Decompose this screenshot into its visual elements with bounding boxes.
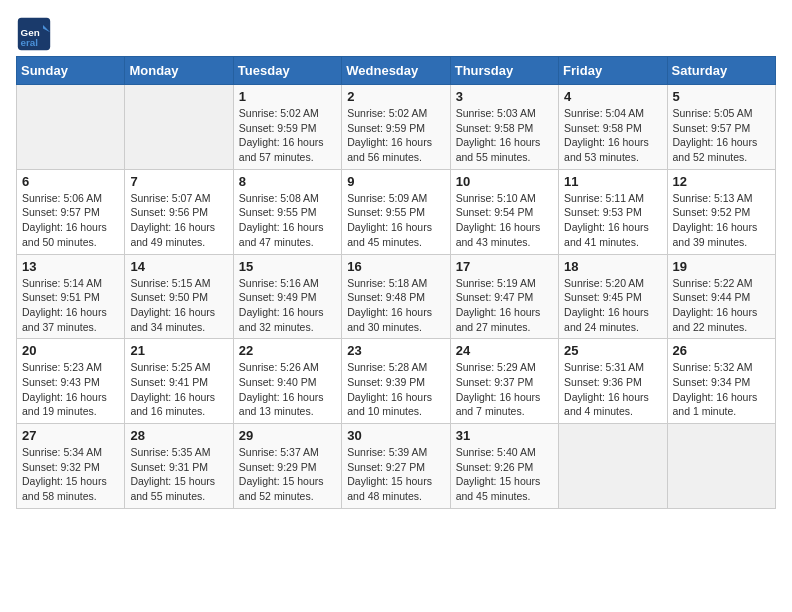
day-number: 29 <box>239 428 336 443</box>
day-number: 13 <box>22 259 119 274</box>
day-number: 28 <box>130 428 227 443</box>
calendar-body: 1Sunrise: 5:02 AM Sunset: 9:59 PM Daylig… <box>17 85 776 509</box>
calendar-cell: 28Sunrise: 5:35 AM Sunset: 9:31 PM Dayli… <box>125 424 233 509</box>
cell-info: Sunrise: 5:02 AM Sunset: 9:59 PM Dayligh… <box>239 106 336 165</box>
cell-info: Sunrise: 5:09 AM Sunset: 9:55 PM Dayligh… <box>347 191 444 250</box>
day-number: 27 <box>22 428 119 443</box>
day-number: 25 <box>564 343 661 358</box>
cell-info: Sunrise: 5:26 AM Sunset: 9:40 PM Dayligh… <box>239 360 336 419</box>
weekday-header-monday: Monday <box>125 57 233 85</box>
calendar-cell: 15Sunrise: 5:16 AM Sunset: 9:49 PM Dayli… <box>233 254 341 339</box>
calendar-cell <box>559 424 667 509</box>
calendar-cell: 4Sunrise: 5:04 AM Sunset: 9:58 PM Daylig… <box>559 85 667 170</box>
week-row-4: 20Sunrise: 5:23 AM Sunset: 9:43 PM Dayli… <box>17 339 776 424</box>
day-number: 8 <box>239 174 336 189</box>
calendar-cell: 21Sunrise: 5:25 AM Sunset: 9:41 PM Dayli… <box>125 339 233 424</box>
day-number: 18 <box>564 259 661 274</box>
weekday-header-friday: Friday <box>559 57 667 85</box>
cell-info: Sunrise: 5:07 AM Sunset: 9:56 PM Dayligh… <box>130 191 227 250</box>
calendar-header: SundayMondayTuesdayWednesdayThursdayFrid… <box>17 57 776 85</box>
cell-info: Sunrise: 5:08 AM Sunset: 9:55 PM Dayligh… <box>239 191 336 250</box>
calendar-cell <box>667 424 775 509</box>
calendar-cell: 18Sunrise: 5:20 AM Sunset: 9:45 PM Dayli… <box>559 254 667 339</box>
day-number: 4 <box>564 89 661 104</box>
calendar-cell: 5Sunrise: 5:05 AM Sunset: 9:57 PM Daylig… <box>667 85 775 170</box>
week-row-2: 6Sunrise: 5:06 AM Sunset: 9:57 PM Daylig… <box>17 169 776 254</box>
cell-info: Sunrise: 5:31 AM Sunset: 9:36 PM Dayligh… <box>564 360 661 419</box>
calendar-cell: 3Sunrise: 5:03 AM Sunset: 9:58 PM Daylig… <box>450 85 558 170</box>
day-number: 17 <box>456 259 553 274</box>
cell-info: Sunrise: 5:35 AM Sunset: 9:31 PM Dayligh… <box>130 445 227 504</box>
calendar-cell <box>17 85 125 170</box>
calendar-cell: 16Sunrise: 5:18 AM Sunset: 9:48 PM Dayli… <box>342 254 450 339</box>
day-number: 21 <box>130 343 227 358</box>
calendar-cell: 1Sunrise: 5:02 AM Sunset: 9:59 PM Daylig… <box>233 85 341 170</box>
cell-info: Sunrise: 5:32 AM Sunset: 9:34 PM Dayligh… <box>673 360 770 419</box>
calendar-cell: 19Sunrise: 5:22 AM Sunset: 9:44 PM Dayli… <box>667 254 775 339</box>
day-number: 16 <box>347 259 444 274</box>
cell-info: Sunrise: 5:10 AM Sunset: 9:54 PM Dayligh… <box>456 191 553 250</box>
calendar-cell: 24Sunrise: 5:29 AM Sunset: 9:37 PM Dayli… <box>450 339 558 424</box>
calendar-cell: 27Sunrise: 5:34 AM Sunset: 9:32 PM Dayli… <box>17 424 125 509</box>
weekday-header-saturday: Saturday <box>667 57 775 85</box>
day-number: 14 <box>130 259 227 274</box>
calendar-cell: 10Sunrise: 5:10 AM Sunset: 9:54 PM Dayli… <box>450 169 558 254</box>
logo: Gen eral <box>16 16 58 52</box>
calendar-cell: 14Sunrise: 5:15 AM Sunset: 9:50 PM Dayli… <box>125 254 233 339</box>
day-number: 12 <box>673 174 770 189</box>
cell-info: Sunrise: 5:34 AM Sunset: 9:32 PM Dayligh… <box>22 445 119 504</box>
day-number: 30 <box>347 428 444 443</box>
cell-info: Sunrise: 5:15 AM Sunset: 9:50 PM Dayligh… <box>130 276 227 335</box>
cell-info: Sunrise: 5:03 AM Sunset: 9:58 PM Dayligh… <box>456 106 553 165</box>
calendar-cell: 23Sunrise: 5:28 AM Sunset: 9:39 PM Dayli… <box>342 339 450 424</box>
day-number: 2 <box>347 89 444 104</box>
day-number: 22 <box>239 343 336 358</box>
calendar-cell <box>125 85 233 170</box>
cell-info: Sunrise: 5:22 AM Sunset: 9:44 PM Dayligh… <box>673 276 770 335</box>
weekday-header-thursday: Thursday <box>450 57 558 85</box>
week-row-5: 27Sunrise: 5:34 AM Sunset: 9:32 PM Dayli… <box>17 424 776 509</box>
day-number: 26 <box>673 343 770 358</box>
calendar-cell: 2Sunrise: 5:02 AM Sunset: 9:59 PM Daylig… <box>342 85 450 170</box>
calendar-cell: 9Sunrise: 5:09 AM Sunset: 9:55 PM Daylig… <box>342 169 450 254</box>
day-number: 7 <box>130 174 227 189</box>
calendar-cell: 25Sunrise: 5:31 AM Sunset: 9:36 PM Dayli… <box>559 339 667 424</box>
cell-info: Sunrise: 5:25 AM Sunset: 9:41 PM Dayligh… <box>130 360 227 419</box>
day-number: 11 <box>564 174 661 189</box>
cell-info: Sunrise: 5:04 AM Sunset: 9:58 PM Dayligh… <box>564 106 661 165</box>
cell-info: Sunrise: 5:37 AM Sunset: 9:29 PM Dayligh… <box>239 445 336 504</box>
calendar-cell: 31Sunrise: 5:40 AM Sunset: 9:26 PM Dayli… <box>450 424 558 509</box>
weekday-header-tuesday: Tuesday <box>233 57 341 85</box>
day-number: 15 <box>239 259 336 274</box>
calendar-cell: 30Sunrise: 5:39 AM Sunset: 9:27 PM Dayli… <box>342 424 450 509</box>
cell-info: Sunrise: 5:14 AM Sunset: 9:51 PM Dayligh… <box>22 276 119 335</box>
cell-info: Sunrise: 5:19 AM Sunset: 9:47 PM Dayligh… <box>456 276 553 335</box>
logo-icon: Gen eral <box>16 16 52 52</box>
calendar-cell: 7Sunrise: 5:07 AM Sunset: 9:56 PM Daylig… <box>125 169 233 254</box>
cell-info: Sunrise: 5:02 AM Sunset: 9:59 PM Dayligh… <box>347 106 444 165</box>
day-number: 10 <box>456 174 553 189</box>
day-number: 19 <box>673 259 770 274</box>
cell-info: Sunrise: 5:06 AM Sunset: 9:57 PM Dayligh… <box>22 191 119 250</box>
calendar-cell: 12Sunrise: 5:13 AM Sunset: 9:52 PM Dayli… <box>667 169 775 254</box>
calendar-cell: 20Sunrise: 5:23 AM Sunset: 9:43 PM Dayli… <box>17 339 125 424</box>
header: Gen eral <box>16 16 776 52</box>
cell-info: Sunrise: 5:05 AM Sunset: 9:57 PM Dayligh… <box>673 106 770 165</box>
cell-info: Sunrise: 5:20 AM Sunset: 9:45 PM Dayligh… <box>564 276 661 335</box>
cell-info: Sunrise: 5:23 AM Sunset: 9:43 PM Dayligh… <box>22 360 119 419</box>
calendar-cell: 6Sunrise: 5:06 AM Sunset: 9:57 PM Daylig… <box>17 169 125 254</box>
day-number: 9 <box>347 174 444 189</box>
day-number: 1 <box>239 89 336 104</box>
day-number: 20 <box>22 343 119 358</box>
day-number: 31 <box>456 428 553 443</box>
calendar-cell: 29Sunrise: 5:37 AM Sunset: 9:29 PM Dayli… <box>233 424 341 509</box>
cell-info: Sunrise: 5:11 AM Sunset: 9:53 PM Dayligh… <box>564 191 661 250</box>
cell-info: Sunrise: 5:29 AM Sunset: 9:37 PM Dayligh… <box>456 360 553 419</box>
cell-info: Sunrise: 5:13 AM Sunset: 9:52 PM Dayligh… <box>673 191 770 250</box>
weekday-header-sunday: Sunday <box>17 57 125 85</box>
calendar-cell: 8Sunrise: 5:08 AM Sunset: 9:55 PM Daylig… <box>233 169 341 254</box>
day-number: 6 <box>22 174 119 189</box>
calendar-cell: 26Sunrise: 5:32 AM Sunset: 9:34 PM Dayli… <box>667 339 775 424</box>
cell-info: Sunrise: 5:28 AM Sunset: 9:39 PM Dayligh… <box>347 360 444 419</box>
cell-info: Sunrise: 5:16 AM Sunset: 9:49 PM Dayligh… <box>239 276 336 335</box>
